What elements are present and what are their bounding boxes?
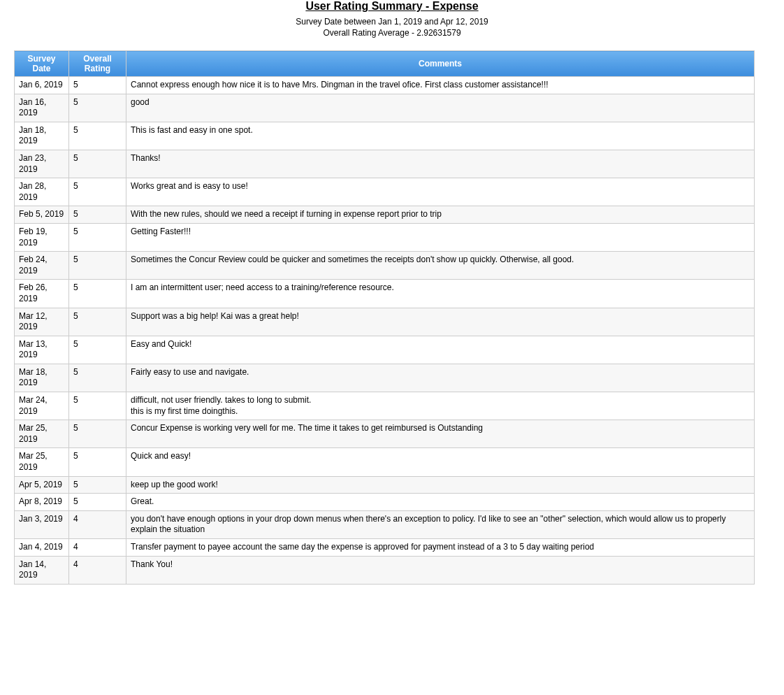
table-row: Jan 28, 20195Works great and is easy to … — [15, 178, 755, 206]
cell-rating: 4 — [69, 556, 126, 584]
cell-comment: Quick and easy! — [126, 448, 755, 476]
cell-rating: 5 — [69, 364, 126, 392]
cell-comment: Works great and is easy to use! — [126, 178, 755, 206]
cell-rating: 5 — [69, 448, 126, 476]
cell-date: Mar 18, 2019 — [15, 364, 69, 392]
cell-date: Apr 8, 2019 — [15, 494, 69, 511]
cell-comment: Transfer payment to payee account the sa… — [126, 539, 755, 557]
cell-rating: 5 — [69, 308, 126, 336]
cell-date: Jan 28, 2019 — [15, 178, 69, 206]
table-row: Jan 23, 20195Thanks! — [15, 150, 755, 178]
cell-rating: 5 — [69, 77, 126, 94]
cell-rating: 5 — [69, 122, 126, 150]
cell-comment: Easy and Quick! — [126, 336, 755, 364]
cell-comment: Thank You! — [126, 556, 755, 584]
subtitle-average: Overall Rating Average - 2.92631579 — [14, 28, 770, 38]
cell-comment: Fairly easy to use and navigate. — [126, 364, 755, 392]
table-row: Apr 8, 20195Great. — [15, 494, 755, 511]
table-row: Jan 6, 20195Cannot express enough how ni… — [15, 77, 755, 94]
cell-comment: Great. — [126, 494, 755, 511]
col-header-date: Survey Date — [15, 51, 69, 77]
table-row: Mar 12, 20195Support was a big help! Kai… — [15, 308, 755, 336]
cell-comment: you don't have enough options in your dr… — [126, 510, 755, 538]
table-row: Jan 4, 20194Transfer payment to payee ac… — [15, 539, 755, 557]
cell-rating: 5 — [69, 336, 126, 364]
table-row: Feb 26, 20195I am an intermittent user; … — [15, 280, 755, 308]
cell-rating: 5 — [69, 206, 126, 224]
cell-rating: 5 — [69, 178, 126, 206]
table-row: Mar 24, 20195difficult, not user friendl… — [15, 392, 755, 420]
subtitle-date-range: Survey Date between Jan 1, 2019 and Apr … — [14, 17, 770, 27]
cell-rating: 5 — [69, 392, 126, 420]
cell-date: Jan 23, 2019 — [15, 150, 69, 178]
cell-date: Feb 5, 2019 — [15, 206, 69, 224]
cell-comment: Concur Expense is working very well for … — [126, 420, 755, 448]
cell-date: Jan 4, 2019 — [15, 539, 69, 557]
cell-comment: This is fast and easy in one spot. — [126, 122, 755, 150]
table-row: Mar 18, 20195Fairly easy to use and navi… — [15, 364, 755, 392]
cell-rating: 4 — [69, 510, 126, 538]
cell-rating: 5 — [69, 223, 126, 251]
cell-date: Mar 12, 2019 — [15, 308, 69, 336]
table-row: Mar 13, 20195Easy and Quick! — [15, 336, 755, 364]
cell-date: Feb 26, 2019 — [15, 280, 69, 308]
col-header-rating: Overall Rating — [69, 51, 126, 77]
table-row: Feb 24, 20195Sometimes the Concur Review… — [15, 252, 755, 280]
cell-date: Jan 14, 2019 — [15, 556, 69, 584]
cell-date: Jan 16, 2019 — [15, 94, 69, 122]
cell-date: Feb 24, 2019 — [15, 252, 69, 280]
cell-comment: keep up the good work! — [126, 476, 755, 494]
cell-comment: I am an intermittent user; need access t… — [126, 280, 755, 308]
table-row: Jan 18, 20195This is fast and easy in on… — [15, 122, 755, 150]
cell-rating: 5 — [69, 420, 126, 448]
cell-comment: good — [126, 94, 755, 122]
table-row: Apr 5, 20195keep up the good work! — [15, 476, 755, 494]
cell-comment: Getting Faster!!! — [126, 223, 755, 251]
cell-comment: Cannot express enough how nice it is to … — [126, 77, 755, 94]
cell-rating: 5 — [69, 252, 126, 280]
cell-rating: 4 — [69, 539, 126, 557]
cell-date: Mar 25, 2019 — [15, 448, 69, 476]
cell-comment: difficult, not user friendly. takes to l… — [126, 392, 755, 420]
table-row: Jan 16, 20195good — [15, 94, 755, 122]
ratings-table: Survey Date Overall Rating Comments Jan … — [14, 50, 755, 585]
cell-rating: 5 — [69, 476, 126, 494]
table-row: Feb 5, 20195With the new rules, should w… — [15, 206, 755, 224]
page-title: User Rating Summary - Expense — [14, 0, 770, 13]
table-row: Mar 25, 20195Concur Expense is working v… — [15, 420, 755, 448]
cell-date: Mar 13, 2019 — [15, 336, 69, 364]
cell-date: Feb 19, 2019 — [15, 223, 69, 251]
cell-date: Jan 18, 2019 — [15, 122, 69, 150]
col-header-comments: Comments — [126, 51, 755, 77]
table-row: Jan 3, 20194you don't have enough option… — [15, 510, 755, 538]
cell-comment: Sometimes the Concur Review could be qui… — [126, 252, 755, 280]
cell-comment: Thanks! — [126, 150, 755, 178]
table-row: Jan 14, 20194Thank You! — [15, 556, 755, 584]
cell-date: Jan 6, 2019 — [15, 77, 69, 94]
cell-rating: 5 — [69, 150, 126, 178]
cell-date: Mar 25, 2019 — [15, 420, 69, 448]
cell-rating: 5 — [69, 280, 126, 308]
cell-comment: Support was a big help! Kai was a great … — [126, 308, 755, 336]
cell-date: Mar 24, 2019 — [15, 392, 69, 420]
table-row: Mar 25, 20195Quick and easy! — [15, 448, 755, 476]
cell-rating: 5 — [69, 494, 126, 511]
cell-date: Apr 5, 2019 — [15, 476, 69, 494]
cell-comment: With the new rules, should we need a rec… — [126, 206, 755, 224]
cell-date: Jan 3, 2019 — [15, 510, 69, 538]
table-row: Feb 19, 20195Getting Faster!!! — [15, 223, 755, 251]
cell-rating: 5 — [69, 94, 126, 122]
